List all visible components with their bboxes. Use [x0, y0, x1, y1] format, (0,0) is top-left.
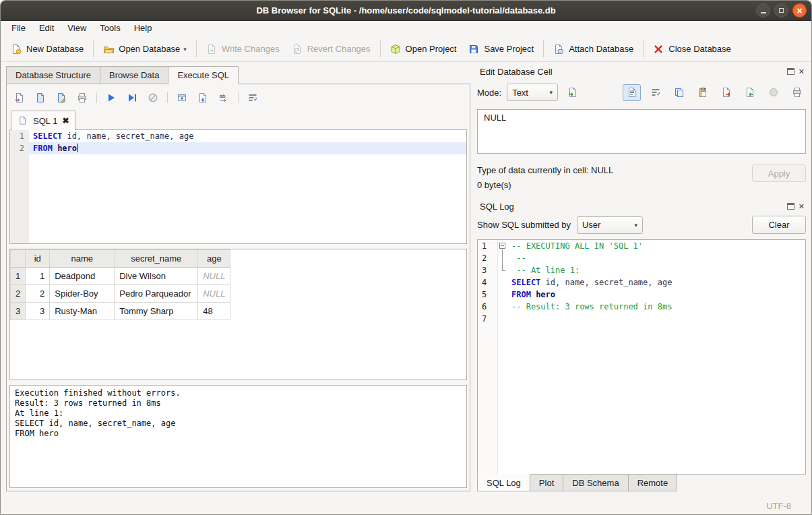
- tab-db-schema[interactable]: DB Schema: [563, 474, 628, 491]
- menu-tools[interactable]: Tools: [93, 21, 127, 36]
- code-line: [498, 313, 805, 325]
- tab-database-structure[interactable]: Database Structure: [6, 66, 100, 84]
- table-cell[interactable]: 48: [198, 303, 230, 320]
- open-sql-file-button[interactable]: [11, 90, 28, 106]
- import-from-file-button[interactable]: [563, 84, 582, 101]
- toolbar-button-label: Close Database: [668, 44, 731, 54]
- execute-all-button[interactable]: [102, 90, 120, 106]
- maximize-button[interactable]: [774, 3, 788, 18]
- cell-info-row: Type of data currently in cell: NULL 0 b…: [477, 163, 806, 193]
- table-cell[interactable]: Deadpond: [50, 268, 115, 285]
- print-button[interactable]: [73, 90, 91, 106]
- table-cell[interactable]: NULL: [198, 285, 230, 303]
- table-cell[interactable]: Pedro Parqueador: [115, 285, 198, 303]
- toolbar-separator: [93, 40, 94, 57]
- text-view-button[interactable]: [623, 84, 641, 101]
- table-cell[interactable]: Dive Wilson: [115, 268, 198, 285]
- sql-log-code[interactable]: -- EXECUTING ALL IN 'SQL 1' -- -- At lin…: [498, 240, 805, 474]
- execute-current-line-icon: [127, 92, 137, 103]
- table-cell[interactable]: Spider-Boy: [50, 285, 115, 303]
- save-sql-file-button[interactable]: [32, 90, 49, 106]
- menu-help[interactable]: Help: [127, 21, 159, 36]
- table-cell[interactable]: 3: [26, 303, 50, 320]
- minimize-button[interactable]: [756, 3, 770, 18]
- tab-close-icon[interactable]: ✖: [62, 116, 69, 125]
- line-number: 2: [10, 142, 29, 154]
- table-cell[interactable]: NULL: [198, 268, 230, 285]
- toolbar-separator: [380, 40, 381, 57]
- fold-marker: [498, 252, 507, 264]
- sql-editor[interactable]: 12 SELECT id, name, secret_name, ageFROM…: [9, 129, 467, 244]
- close-button[interactable]: ×: [792, 3, 807, 18]
- print-cell-button[interactable]: [788, 84, 806, 101]
- fold-marker[interactable]: [498, 240, 507, 252]
- new-tab-button[interactable]: [173, 90, 191, 106]
- new-tab-icon: [177, 92, 187, 103]
- row-number: 2: [11, 285, 26, 303]
- new-database-button[interactable]: New Database: [5, 40, 90, 59]
- code-text: -- Result: 3 rows returned in 8ms: [507, 301, 672, 313]
- tab-plot[interactable]: Plot: [530, 474, 563, 491]
- float-dock-icon[interactable]: [787, 203, 794, 210]
- word-wrap-icon: [247, 92, 258, 103]
- stop-button: [144, 90, 162, 106]
- fold-marker: [498, 264, 507, 276]
- mode-select[interactable]: Text ▾: [507, 84, 558, 101]
- close-dock-icon[interactable]: ✕: [799, 68, 805, 75]
- table-cell[interactable]: Tommy Sharp: [115, 303, 198, 320]
- clear-button[interactable]: Clear: [752, 216, 806, 234]
- find-replace-button[interactable]: ab: [215, 90, 232, 106]
- filter-label: Show SQL submitted by: [477, 220, 571, 230]
- print-cell-icon: [792, 87, 803, 98]
- tab-execute-sql[interactable]: Execute SQL: [168, 66, 239, 84]
- column-header-age[interactable]: age: [198, 250, 230, 268]
- code-line: SELECT id, name, secret_name, age: [29, 130, 466, 142]
- column-header-id[interactable]: id: [26, 250, 50, 268]
- menu-view[interactable]: View: [61, 21, 93, 36]
- save-sql-file-as-button[interactable]: [53, 90, 70, 106]
- menu-edit[interactable]: Edit: [32, 21, 61, 36]
- code-text: [507, 313, 511, 325]
- line-number: 1: [478, 240, 497, 252]
- execution-message-area[interactable]: Execution finished without errors.Result…: [9, 385, 467, 488]
- tab-sql-1[interactable]: SQL 1 ✖: [11, 111, 75, 130]
- import-cell-button[interactable]: [741, 84, 759, 101]
- text-view-icon: [627, 87, 637, 98]
- copy-button[interactable]: [670, 84, 688, 101]
- row-number: 1: [11, 268, 26, 285]
- close-dock-icon[interactable]: ✕: [799, 203, 805, 210]
- tab-browse-data[interactable]: Browse Data: [100, 66, 168, 84]
- table-cell[interactable]: 1: [26, 268, 50, 285]
- table-cell[interactable]: 2: [26, 285, 50, 303]
- results-grid[interactable]: idnamesecret_nameage11DeadpondDive Wilso…: [9, 249, 467, 380]
- open-project-button[interactable]: Open Project: [384, 40, 463, 59]
- export-cell-button[interactable]: [717, 84, 735, 101]
- sql-log-editor[interactable]: 1234567 -- EXECUTING ALL IN 'SQL 1' -- -…: [477, 239, 806, 475]
- paste-button[interactable]: [693, 84, 712, 101]
- line-number: 2: [478, 252, 497, 264]
- column-header-name[interactable]: name: [50, 250, 115, 268]
- right-panel: Edit Database Cell ✕ Mode: Text ▾ NULL T…: [470, 62, 811, 497]
- menu-file[interactable]: File: [5, 21, 32, 36]
- open-database-button[interactable]: Open Database▾: [97, 40, 193, 59]
- message-line: At line 1:: [15, 408, 462, 419]
- execute-current-line-button[interactable]: [123, 90, 141, 106]
- sql-editor-code[interactable]: SELECT id, name, secret_name, ageFROM he…: [29, 130, 466, 243]
- tab-remote[interactable]: Remote: [628, 474, 678, 491]
- code-line: SELECT id, name, secret_name, age: [498, 276, 805, 289]
- close-database-button[interactable]: Close Database: [647, 40, 737, 59]
- save-results-button[interactable]: [194, 90, 212, 106]
- word-wrap-button[interactable]: [244, 90, 261, 106]
- word-wrap-button[interactable]: [646, 84, 664, 101]
- attach-database-button[interactable]: Attach Database: [547, 40, 639, 59]
- save-project-button[interactable]: Save Project: [462, 40, 540, 59]
- column-header-secret-name[interactable]: secret_name: [115, 250, 198, 268]
- apply-button: Apply: [752, 164, 806, 182]
- tab-sql-log[interactable]: SQL Log: [477, 474, 530, 491]
- submitter-select[interactable]: User ▾: [577, 216, 643, 234]
- sql-tab-bar: SQL 1 ✖: [9, 111, 467, 130]
- float-dock-icon[interactable]: [787, 68, 794, 75]
- cell-editor[interactable]: NULL: [477, 109, 806, 154]
- titlebar[interactable]: DB Browser for SQLite - /home/user/code/…: [1, 1, 811, 21]
- table-cell[interactable]: Rusty-Man: [50, 303, 115, 320]
